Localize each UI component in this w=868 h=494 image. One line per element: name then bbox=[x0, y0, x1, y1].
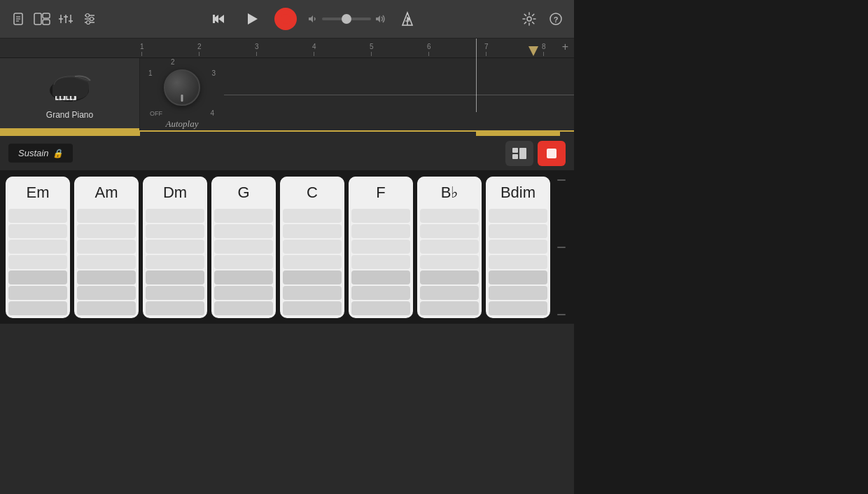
volume-thumb[interactable] bbox=[342, 14, 351, 24]
chord-column-Em[interactable]: Em bbox=[6, 177, 70, 318]
svg-line-43 bbox=[56, 100, 57, 106]
chord-cell[interactable] bbox=[420, 240, 479, 254]
chord-cell[interactable] bbox=[146, 255, 204, 269]
chord-cell[interactable] bbox=[214, 255, 273, 269]
svg-rect-42 bbox=[71, 96, 74, 99]
ruler-tick-3: 3 bbox=[255, 43, 259, 56]
knob-label-off: OFF bbox=[150, 110, 162, 117]
chord-cell[interactable] bbox=[489, 240, 547, 254]
instrument-image bbox=[46, 69, 94, 107]
chord-cell[interactable] bbox=[351, 286, 410, 300]
chord-cell[interactable] bbox=[8, 301, 67, 315]
chord-cell[interactable] bbox=[8, 270, 67, 284]
chord-cell[interactable] bbox=[283, 240, 342, 254]
autoplay-knob-container: 1 2 3 4 OFF bbox=[154, 60, 210, 116]
chord-column-Dm[interactable]: Dm bbox=[143, 177, 207, 318]
sustain-button[interactable]: Sustain 🔒 bbox=[8, 144, 73, 163]
chord-cell[interactable] bbox=[489, 270, 547, 284]
knob-label-2: 2 bbox=[171, 58, 175, 66]
toolbar-left bbox=[8, 9, 99, 29]
chord-column-F[interactable]: F bbox=[349, 177, 413, 318]
chord-cell[interactable] bbox=[351, 224, 410, 238]
chord-column-B♭[interactable]: B♭ bbox=[417, 177, 482, 318]
chord-cell[interactable] bbox=[77, 301, 136, 315]
add-track-button[interactable]: + bbox=[562, 41, 568, 53]
chord-cell[interactable] bbox=[8, 255, 67, 269]
chord-cell[interactable] bbox=[351, 240, 410, 254]
chord-column-G[interactable]: G bbox=[211, 177, 276, 318]
autoplay-knob[interactable] bbox=[164, 69, 200, 106]
chord-cell[interactable] bbox=[214, 209, 273, 223]
rewind-button[interactable] bbox=[207, 8, 230, 30]
chord-cell[interactable] bbox=[8, 286, 67, 300]
chord-column-Am[interactable]: Am bbox=[74, 177, 139, 318]
chord-cell[interactable] bbox=[8, 224, 67, 238]
view-split-icon[interactable] bbox=[32, 9, 52, 29]
chord-cell[interactable] bbox=[146, 209, 204, 223]
svg-point-29 bbox=[527, 17, 531, 21]
svg-marker-19 bbox=[218, 15, 224, 23]
chord-cell[interactable] bbox=[420, 255, 479, 269]
chord-cell[interactable] bbox=[77, 240, 136, 254]
svg-text:?: ? bbox=[554, 15, 559, 24]
chord-column-Bdim[interactable]: Bdim bbox=[486, 177, 550, 318]
knob-label-4: 4 bbox=[210, 109, 214, 117]
play-button[interactable] bbox=[241, 8, 263, 30]
chord-cell[interactable] bbox=[77, 255, 136, 269]
chord-cell[interactable] bbox=[489, 255, 547, 269]
chord-cell[interactable] bbox=[489, 224, 547, 238]
chord-cell[interactable] bbox=[214, 301, 273, 315]
chord-cell[interactable] bbox=[214, 240, 273, 254]
chord-cell[interactable] bbox=[146, 224, 204, 238]
chord-cell[interactable] bbox=[214, 286, 273, 300]
svg-rect-46 bbox=[512, 154, 518, 159]
chord-cell[interactable] bbox=[146, 240, 204, 254]
chord-cell[interactable] bbox=[420, 209, 479, 223]
chord-cell[interactable] bbox=[283, 224, 342, 238]
chord-cell[interactable] bbox=[420, 301, 479, 315]
chord-cell[interactable] bbox=[8, 209, 67, 223]
track-header[interactable]: Grand Piano bbox=[0, 58, 140, 130]
chord-cell[interactable] bbox=[283, 255, 342, 269]
volume-high-icon bbox=[375, 14, 385, 24]
chord-cell[interactable] bbox=[351, 301, 410, 315]
gear-icon[interactable] bbox=[519, 9, 539, 29]
chord-cell[interactable] bbox=[77, 209, 136, 223]
chord-cell[interactable] bbox=[283, 286, 342, 300]
chord-layout-button[interactable] bbox=[505, 141, 533, 166]
chord-cell[interactable] bbox=[489, 286, 547, 300]
metronome-button[interactable] bbox=[396, 8, 419, 30]
toolbar-right: ? bbox=[519, 9, 566, 29]
chord-cell[interactable] bbox=[283, 209, 342, 223]
record-button[interactable] bbox=[274, 8, 297, 30]
chord-cell[interactable] bbox=[489, 209, 547, 223]
chord-cell[interactable] bbox=[283, 270, 342, 284]
chord-cells-Am bbox=[74, 207, 139, 318]
chord-record-button[interactable] bbox=[538, 141, 566, 166]
chord-cell[interactable] bbox=[8, 240, 67, 254]
chord-cell[interactable] bbox=[146, 301, 204, 315]
chord-cell[interactable] bbox=[420, 224, 479, 238]
chord-cell[interactable] bbox=[420, 270, 479, 284]
mixer-icon[interactable] bbox=[56, 9, 76, 29]
chord-cell[interactable] bbox=[146, 270, 204, 284]
chord-cell[interactable] bbox=[351, 209, 410, 223]
chord-cell[interactable] bbox=[351, 255, 410, 269]
chord-cell[interactable] bbox=[489, 301, 547, 315]
settings-icon[interactable] bbox=[80, 9, 99, 29]
chord-cell[interactable] bbox=[77, 286, 136, 300]
help-icon[interactable]: ? bbox=[546, 9, 566, 29]
chord-cell[interactable] bbox=[77, 224, 136, 238]
chord-cell[interactable] bbox=[351, 270, 410, 284]
track-name: Grand Piano bbox=[46, 110, 93, 120]
chord-cell[interactable] bbox=[420, 286, 479, 300]
chord-cell[interactable] bbox=[283, 301, 342, 315]
document-icon[interactable] bbox=[8, 9, 28, 29]
chord-cell[interactable] bbox=[214, 270, 273, 284]
chord-cell[interactable] bbox=[77, 270, 136, 284]
chord-cell[interactable] bbox=[214, 224, 273, 238]
svg-marker-24 bbox=[376, 15, 380, 22]
playhead[interactable] bbox=[528, 46, 538, 56]
chord-cell[interactable] bbox=[146, 286, 204, 300]
chord-column-C[interactable]: C bbox=[280, 177, 344, 318]
